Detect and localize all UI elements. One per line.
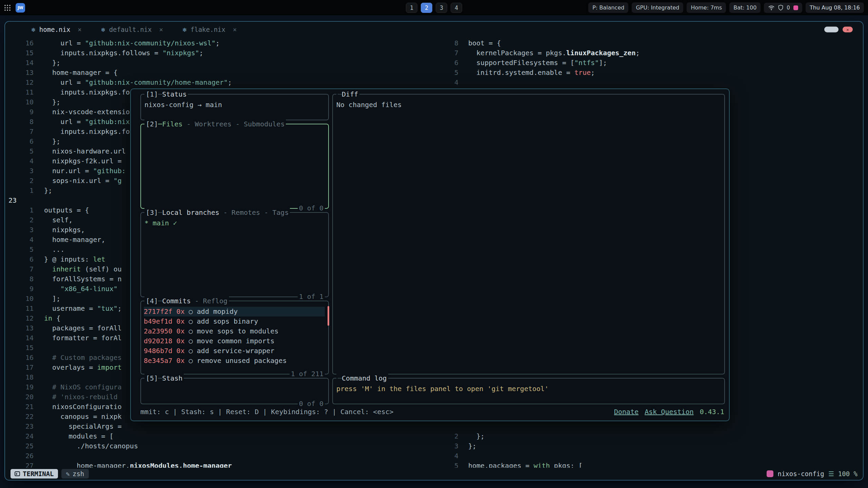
code-text: home.packages = with pkgs; [ — [468, 461, 583, 468]
line-number: 1 — [5, 186, 34, 196]
line-number: 5 — [5, 245, 34, 255]
mode-indicator: TERMINAL — [11, 469, 58, 479]
code-segment: nur.url = — [44, 167, 93, 175]
line-number: 7 — [5, 264, 34, 274]
line-number: 23 — [5, 196, 34, 205]
tab-close-icon[interactable]: × — [159, 26, 163, 33]
donate-link[interactable]: Donate — [614, 408, 638, 416]
app-launcher-icon[interactable] — [4, 4, 11, 11]
code-text: nixosConfiguratio — [44, 402, 122, 412]
code-line: 16 url = "github:nix-community/nixos-wsl… — [5, 38, 446, 48]
lg-diff-panel[interactable]: ─Diff No changed files — [332, 94, 725, 374]
commit-row[interactable]: 8e345a7 0x ○ remove unused packages — [144, 356, 325, 366]
commit-message: move sops to modules — [193, 326, 279, 336]
commit-author: 0x — [172, 317, 184, 326]
code-segment: supportedFilesystems = [ — [468, 59, 574, 67]
lg-branches-panel[interactable]: [3]─Local branches - Remotes - Tags * ma… — [140, 212, 329, 297]
line-number: 2 — [5, 215, 34, 225]
code-segment: }; — [44, 59, 60, 67]
code-line: 15 inputs.nixpkgs.follows = "nixpkgs"; — [5, 48, 446, 58]
code-text: # Custom packages — [44, 353, 122, 363]
line-number: 10 — [5, 294, 34, 304]
tab-flake.nix[interactable]: ❄flake.nix× — [183, 26, 237, 33]
tab-home.nix[interactable]: ❄home.nix× — [32, 26, 82, 33]
pencil-icon: ✎ — [66, 470, 70, 477]
code-segment: "tux" — [97, 304, 118, 312]
code-text: url = "github:nix — [44, 117, 130, 127]
workspace-2[interactable]: 2 — [421, 3, 432, 13]
commits-scrollbar[interactable] — [328, 306, 329, 326]
line-number: 4 — [5, 156, 34, 166]
code-segment: home.packages = — [468, 462, 534, 468]
code-segment: ./hosts/canopus — [44, 442, 138, 450]
commit-row[interactable]: 2a23950 0x ○ move sops to modules — [144, 326, 325, 336]
code-text: nixpkgs, — [44, 225, 85, 235]
commit-author: 0x — [172, 356, 184, 366]
code-text: kernelPackages = pkgs.linuxPackages_zen; — [468, 48, 640, 58]
code-text: initrd.systemd.enable = true; — [468, 68, 595, 78]
close-window-button[interactable]: × — [843, 27, 853, 33]
line-number: 8 — [5, 274, 34, 284]
commit-row[interactable]: b49ef1d 0x ○ add sops binary — [144, 317, 325, 326]
code-segment: # 'nixos-rebuild — [44, 393, 118, 401]
ask-question-link[interactable]: Ask Question — [645, 408, 694, 416]
code-segment — [44, 285, 60, 293]
logo-badge[interactable]: JW — [16, 3, 25, 13]
code-segment: inputs.nixpkgs.fo — [44, 127, 130, 136]
code-segment: url = — [44, 118, 85, 126]
commit-graph-node: ○ — [184, 326, 193, 336]
tab-zsh[interactable]: ✎ zsh — [61, 469, 89, 479]
commit-row[interactable]: d920218 0x ○ move common imports — [144, 336, 325, 346]
commit-hash: 9486b7d — [144, 346, 172, 356]
branch-row[interactable]: * main ✓ — [144, 218, 325, 228]
lg-commits-panel[interactable]: [4]─Commits - Reflog 2717f2f 0x ○ add mo… — [140, 301, 329, 374]
lg-stash-panel[interactable]: [5]─Stash 0 of 0 — [140, 378, 329, 404]
code-line: 4 — [446, 78, 863, 87]
code-segment: kernelPackages = pkgs. — [468, 49, 566, 57]
code-segment: (self) ou — [81, 265, 121, 273]
code-segment: ; — [118, 304, 122, 312]
commit-row[interactable]: 9486b7d 0x ○ add service-wrapper — [144, 346, 325, 356]
code-text: formatter = forAl — [44, 333, 122, 343]
status-chip-3: Bat: 100 — [729, 2, 761, 13]
top-bar: JW 1234 P: BalancedGPU: IntegratedHome: … — [0, 0, 868, 15]
code-line: 24 modules = [ — [5, 431, 446, 441]
commit-message: remove unused packages — [193, 356, 287, 366]
code-segment: linuxPackages_zen — [566, 49, 636, 57]
code-text: inputs.nixpkgs.follows = "nixpkgs"; — [44, 48, 203, 58]
lg-command-log-panel[interactable]: ─Command log press 'M' in the files pane… — [332, 378, 725, 404]
line-number: 4 — [446, 78, 458, 87]
code-segment: }; — [44, 137, 60, 145]
line-number: 6 — [5, 137, 34, 146]
code-text: }; — [44, 97, 60, 107]
commit-author: 0x — [172, 326, 184, 336]
code-segment: nixpkgs-f2k.url = — [44, 157, 126, 165]
line-number: 7 — [5, 127, 34, 137]
code-segment: import — [97, 363, 122, 371]
commit-row[interactable]: 2717f2f 0x ○ add mopidy — [144, 307, 325, 317]
code-line: 5 initrd.systemd.enable = true; — [446, 68, 863, 78]
panel-title: [5]─Stash — [144, 374, 184, 383]
workspace-1[interactable]: 1 — [406, 3, 417, 13]
line-number: 24 — [5, 431, 34, 441]
code-segment: overlays = — [44, 363, 97, 371]
line-number: 2 — [5, 176, 34, 186]
code-line: 26 — [5, 451, 446, 461]
code-text: "x86_64-linux" — [44, 284, 118, 294]
tab-close-icon[interactable]: × — [233, 26, 237, 33]
pane-pill-button[interactable] — [824, 27, 839, 33]
line-number: 17 — [5, 363, 34, 372]
code-text: nur.url = "github: — [44, 166, 126, 176]
panel-count: 0 of 0 — [298, 399, 325, 408]
lg-status-panel[interactable]: [1]─Status nixos-config → main — [140, 94, 329, 120]
tab-close-icon[interactable]: × — [78, 26, 81, 33]
line-number: 7 — [446, 48, 458, 58]
tab-default.nix[interactable]: ❄default.nix× — [101, 26, 163, 33]
lg-files-panel[interactable]: [2]─Files - Worktrees - Submodules 0 of … — [140, 124, 329, 209]
line-number — [446, 422, 458, 431]
code-text: modules = [ — [44, 431, 114, 441]
line-number: 11 — [5, 87, 34, 97]
line-number: 13 — [5, 68, 34, 78]
workspace-4[interactable]: 4 — [451, 3, 462, 13]
workspace-3[interactable]: 3 — [436, 3, 447, 13]
